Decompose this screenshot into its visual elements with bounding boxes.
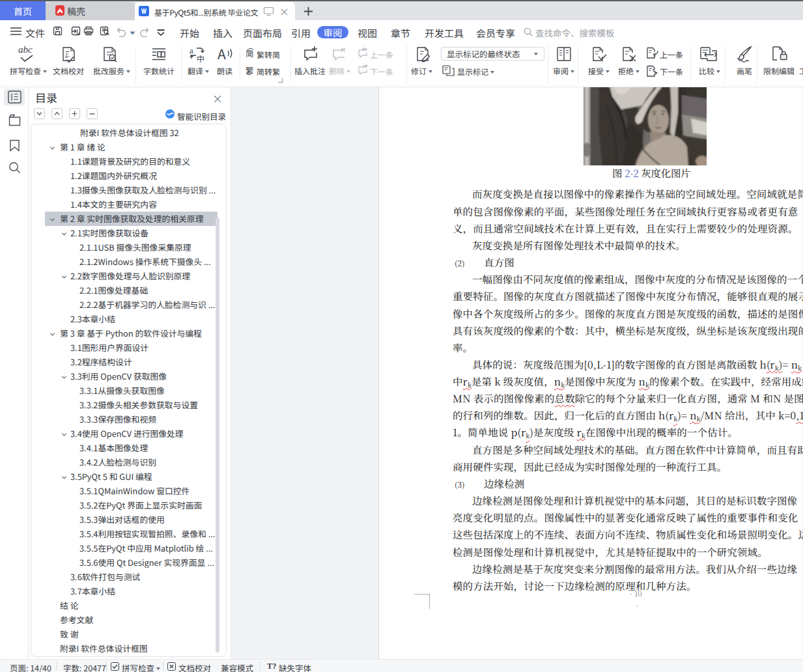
- svg-text:a: a: [190, 46, 193, 55]
- svg-text:中: 中: [197, 53, 204, 63]
- svg-text:A: A: [218, 45, 226, 63]
- svg-text:a-: a-: [65, 53, 70, 59]
